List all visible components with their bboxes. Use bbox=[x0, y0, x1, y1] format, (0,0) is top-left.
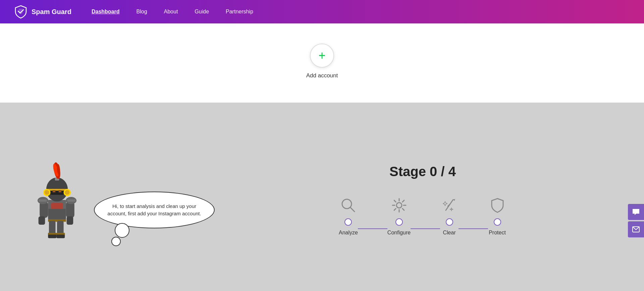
svg-rect-13 bbox=[67, 216, 73, 225]
step-label-clear: Clear bbox=[443, 230, 455, 236]
stage-section: Stage 0 / 4 Analyze bbox=[228, 164, 617, 236]
svg-rect-8 bbox=[48, 233, 56, 234]
svg-point-37 bbox=[396, 203, 402, 208]
nav-partnership[interactable]: Partnership bbox=[226, 9, 253, 15]
nav-dashboard[interactable]: Dashboard bbox=[92, 9, 120, 15]
side-buttons bbox=[628, 204, 644, 237]
stage-title: Stage 0 / 4 bbox=[389, 164, 456, 179]
nav: Dashboard Blog About Guide Partnership bbox=[92, 9, 253, 15]
nav-guide[interactable]: Guide bbox=[195, 9, 209, 15]
header: Spam Guard Dashboard Blog About Guide Pa… bbox=[0, 0, 644, 23]
svg-rect-21 bbox=[53, 191, 55, 192]
mail-icon bbox=[632, 225, 640, 233]
knight-character bbox=[27, 158, 87, 242]
speech-text: Hi, to start analysis and clean up your … bbox=[105, 203, 204, 218]
svg-rect-2 bbox=[51, 203, 63, 209]
chat-icon bbox=[632, 208, 640, 216]
connector-1 bbox=[358, 228, 387, 229]
svg-rect-11 bbox=[39, 216, 45, 225]
step-label-analyze: Analyze bbox=[339, 230, 358, 236]
connector-2 bbox=[411, 228, 440, 229]
logo: Spam Guard bbox=[13, 4, 71, 19]
connector-3 bbox=[459, 228, 488, 229]
speech-bubble: Hi, to start analysis and clean up your … bbox=[94, 192, 215, 228]
character-area: Hi, to start analysis and clean up your … bbox=[27, 158, 228, 242]
svg-rect-22 bbox=[59, 191, 61, 192]
step-protect: Protect bbox=[488, 196, 506, 236]
add-circle: + bbox=[310, 44, 334, 68]
step-dot-analyze bbox=[344, 218, 352, 226]
svg-rect-34 bbox=[67, 199, 75, 202]
step-analyze: Analyze bbox=[339, 196, 358, 236]
plus-icon: + bbox=[318, 50, 325, 62]
nav-about[interactable]: About bbox=[164, 9, 178, 15]
step-dot-protect bbox=[494, 218, 501, 226]
svg-rect-18 bbox=[48, 189, 66, 191]
svg-point-28 bbox=[45, 190, 49, 195]
svg-rect-33 bbox=[39, 199, 47, 202]
step-dot-configure bbox=[395, 218, 403, 226]
step-clear: Clear bbox=[440, 196, 459, 236]
mail-button[interactable] bbox=[628, 221, 644, 237]
step-dot-clear bbox=[446, 218, 453, 226]
top-section: + Add account bbox=[0, 23, 644, 103]
step-label-protect: Protect bbox=[489, 230, 506, 236]
configure-icon bbox=[390, 196, 408, 214]
svg-rect-9 bbox=[56, 233, 65, 234]
nav-blog[interactable]: Blog bbox=[137, 9, 147, 15]
add-account-button[interactable]: + Add account bbox=[306, 44, 338, 79]
svg-line-36 bbox=[350, 207, 355, 212]
clear-icon bbox=[440, 196, 459, 214]
steps-row: Analyze Configure bbox=[339, 196, 506, 236]
bottom-section: Hi, to start analysis and clean up your … bbox=[0, 103, 644, 291]
logo-text: Spam Guard bbox=[32, 8, 71, 16]
protect-icon bbox=[488, 196, 506, 214]
svg-point-30 bbox=[65, 190, 69, 195]
step-label-configure: Configure bbox=[387, 230, 411, 236]
step-configure: Configure bbox=[387, 196, 411, 236]
analyze-icon bbox=[339, 196, 358, 214]
chat-button[interactable] bbox=[628, 204, 644, 220]
add-account-label: Add account bbox=[306, 72, 338, 79]
logo-icon bbox=[13, 4, 28, 19]
